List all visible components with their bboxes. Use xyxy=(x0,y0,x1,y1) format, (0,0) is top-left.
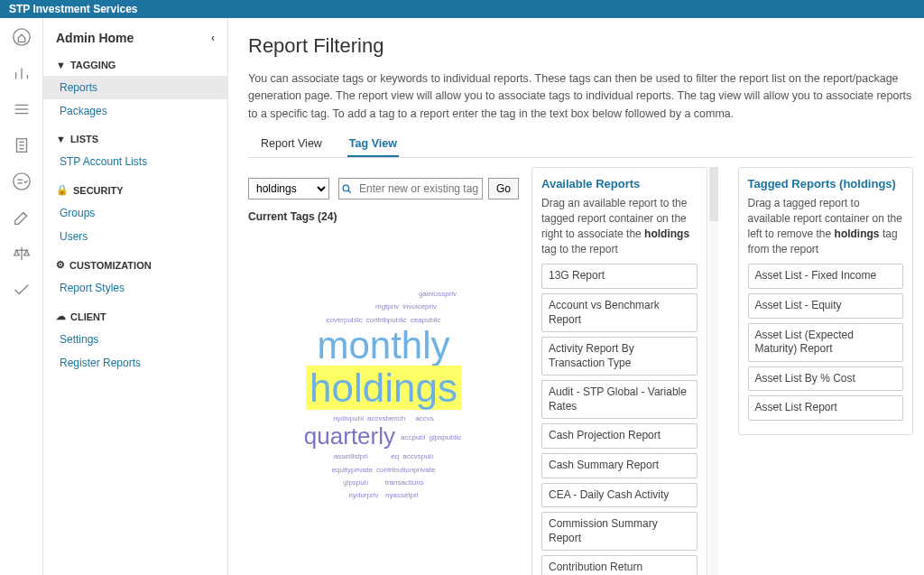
check-icon[interactable] xyxy=(12,280,32,300)
tagged-reports-panel: Tagged Reports (holdings) Drag a tagged … xyxy=(738,167,914,435)
tab-report-view[interactable]: Report View xyxy=(259,132,324,157)
available-report-item[interactable]: 13G Report xyxy=(541,264,698,289)
tag-cloud-monthly[interactable]: monthly xyxy=(317,324,449,366)
available-report-item[interactable]: Cash Projection Report xyxy=(541,423,698,449)
svg-line-17 xyxy=(349,190,352,193)
tag-icon: ▼ xyxy=(56,60,66,70)
current-tags-label: Current Tags (24) xyxy=(248,210,519,223)
tagged-report-item[interactable]: Asset List By % Cost xyxy=(748,366,904,392)
tag-cloud-item[interactable]: mgtpriv xyxy=(375,303,399,311)
tag-cloud-item[interactable]: gipspub xyxy=(343,479,368,487)
nav-section-lists[interactable]: ▼LISTS xyxy=(43,128,227,150)
sidebar-item-register-reports[interactable]: Register Reports xyxy=(43,351,227,375)
tag-cloud-item[interactable]: accvspub xyxy=(402,453,433,461)
svg-point-0 xyxy=(13,29,29,45)
tagged-panel-title: Tagged Reports (holdings) xyxy=(748,177,904,190)
tag-cloud-item[interactable]: nyassetpri xyxy=(385,492,418,500)
chart-icon[interactable] xyxy=(12,63,32,83)
nav-section-tagging[interactable]: ▼TAGGING xyxy=(43,54,227,76)
tag-cloud-item[interactable]: invoicepriv xyxy=(402,303,437,311)
list-check-icon[interactable] xyxy=(12,172,32,191)
cloud-icon: ☁ xyxy=(56,311,66,322)
nav-section-security[interactable]: 🔒SECURITY xyxy=(43,179,227,201)
available-report-item[interactable]: CEA - Daily Cash Activity xyxy=(541,483,698,508)
edit-icon[interactable] xyxy=(12,208,32,227)
go-button[interactable]: Go xyxy=(488,178,519,199)
tag-search-input[interactable] xyxy=(356,179,482,199)
sidebar-item-groups[interactable]: Groups xyxy=(43,201,227,225)
available-report-item[interactable]: Activity Report By Transaction Type xyxy=(541,337,698,376)
tag-cloud-item[interactable]: eq xyxy=(391,453,399,461)
sidebar-item-packages[interactable]: Packages xyxy=(43,99,227,123)
gear-icon: ⚙ xyxy=(56,259,65,271)
tag-cloud-item[interactable]: contribpublic xyxy=(366,317,407,325)
tag-cloud-item[interactable]: gipspublic xyxy=(430,434,462,442)
nav-section-customization[interactable]: ⚙CUSTOMIZATION xyxy=(43,254,227,276)
available-panel-hint: Drag an available report to the tagged r… xyxy=(541,196,698,256)
tag-cloud-item[interactable]: equityprivate xyxy=(332,467,373,475)
tagged-report-item[interactable]: Asset List - Fixed Income xyxy=(748,264,904,289)
tab-tag-view[interactable]: Tag View xyxy=(347,132,399,157)
tag-cloud: gainlosspriv mgtprivinvoicepriv coverpub… xyxy=(248,250,519,501)
svg-point-16 xyxy=(344,185,350,191)
tag-cloud-item[interactable]: transactions xyxy=(385,479,424,487)
available-report-item[interactable]: Cash Summary Report xyxy=(541,453,698,478)
document-icon[interactable] xyxy=(12,135,32,155)
available-report-item[interactable]: Account vs Benchmark Report xyxy=(541,293,698,332)
sidebar: Admin Home ‹ ▼TAGGING Reports Packages ▼… xyxy=(43,18,228,575)
sidebar-item-report-styles[interactable]: Report Styles xyxy=(43,276,227,300)
icon-rail xyxy=(0,18,43,575)
available-panel-title: Available Reports xyxy=(541,177,698,190)
scrollbar-thumb[interactable] xyxy=(709,167,718,221)
available-reports-panel: Available Reports Drag an available repo… xyxy=(531,167,707,575)
lock-icon: 🔒 xyxy=(56,184,69,196)
sidebar-title: Admin Home xyxy=(56,31,134,45)
home-icon[interactable] xyxy=(12,27,32,47)
collapse-icon[interactable]: ‹ xyxy=(211,32,215,44)
tagged-reports-list: Asset List - Fixed IncomeAsset List - Eq… xyxy=(748,264,904,421)
top-bar: STP Investment Services xyxy=(0,0,924,18)
sidebar-item-reports[interactable]: Reports xyxy=(43,76,227,99)
available-report-item[interactable]: Contribution Return xyxy=(541,555,698,575)
tag-select[interactable]: holdings xyxy=(248,178,329,199)
page-title: Report Filtering xyxy=(248,34,913,58)
tag-cloud-item[interactable]: ceapublic xyxy=(411,317,441,325)
tag-cloud-holdings[interactable]: holdings xyxy=(306,366,461,410)
sidebar-item-users[interactable]: Users xyxy=(43,225,227,248)
tag-cloud-item[interactable]: accvs xyxy=(415,415,433,423)
main-content: Report Filtering You can associate tags … xyxy=(228,18,924,575)
tag-cloud-item[interactable]: contributionprivate xyxy=(376,467,435,475)
nav-section-client[interactable]: ☁CLIENT xyxy=(43,305,227,328)
tagged-report-item[interactable]: Asset List (Expected Maturity) Report xyxy=(748,323,904,362)
tag-cloud-item[interactable]: nydurpriv xyxy=(349,492,379,500)
sidebar-item-stp-account-lists[interactable]: STP Account Lists xyxy=(43,150,227,173)
tag-cloud-item[interactable]: nydivpubl xyxy=(333,415,364,423)
tag-cloud-item[interactable]: assetlistpri xyxy=(334,453,368,461)
available-report-item[interactable]: Audit - STP Global - Variable Rates xyxy=(541,380,698,419)
tagged-report-item[interactable]: Asset List Report xyxy=(748,395,904,421)
balance-icon[interactable] xyxy=(12,244,32,264)
tag-cloud-item[interactable]: coverpublic xyxy=(326,317,362,325)
tag-cloud-item[interactable]: accvsbench xyxy=(367,415,405,423)
sidebar-item-settings[interactable]: Settings xyxy=(43,328,227,351)
menu-icon[interactable] xyxy=(12,99,32,119)
tabs: Report View Tag View xyxy=(248,132,913,158)
list-icon: ▼ xyxy=(56,134,66,144)
scrollbar-track xyxy=(709,167,718,575)
available-report-item[interactable]: Commission Summary Report xyxy=(541,512,698,551)
tag-cloud-quarterly[interactable]: quarterly xyxy=(304,423,395,450)
available-reports-list: 13G ReportAccount vs Benchmark ReportAct… xyxy=(541,264,698,575)
tagged-report-item[interactable]: Asset List - Equity xyxy=(748,293,904,319)
tag-cloud-item[interactable]: gainlosspriv xyxy=(419,291,457,299)
brand-name: STP Investment Services xyxy=(9,3,138,15)
page-description: You can associate tags or keywords to in… xyxy=(248,70,913,123)
search-icon xyxy=(339,179,356,199)
tag-cloud-item[interactable]: accpubl xyxy=(401,434,426,442)
tagged-panel-hint: Drag a tagged report to available report… xyxy=(748,196,904,256)
